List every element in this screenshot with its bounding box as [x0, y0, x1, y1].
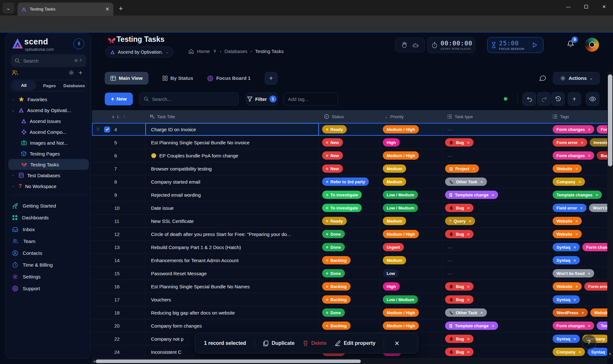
remove-tag-icon[interactable]: ×: [573, 258, 576, 263]
priority-cell[interactable]: Low / Medium: [380, 201, 442, 214]
table-row[interactable]: 16Est Planning Single Special Bundle No …: [92, 280, 613, 293]
remove-tag-icon[interactable]: ×: [473, 166, 475, 171]
row-number-cell[interactable]: 10: [92, 201, 145, 214]
column-header-priority[interactable]: ⌄Priority: [380, 110, 442, 123]
workspace-selector[interactable]: Ascend by Optivation. ⌄: [105, 47, 173, 57]
status-pill[interactable]: Ready: [322, 125, 347, 133]
status-cell[interactable]: Ready: [319, 215, 380, 227]
row-number-cell[interactable]: 9: [92, 188, 145, 201]
remove-tag-icon[interactable]: ×: [588, 127, 591, 132]
row-number-cell[interactable]: 22: [92, 332, 145, 345]
segment-pages[interactable]: Pages: [37, 83, 62, 88]
task-type-cell[interactable]: ?Query×: [442, 215, 548, 227]
priority-cell[interactable]: Medium: [380, 254, 442, 267]
help-button[interactable]: ?: [582, 335, 596, 350]
sidebar-item-ascend-issues[interactable]: Ascend Issues: [8, 116, 89, 126]
row-number-cell[interactable]: 24: [92, 345, 145, 358]
task-type-cell[interactable]: Other Task×: [442, 175, 548, 188]
priority-cell[interactable]: Medium / High: [380, 123, 442, 136]
remove-tag-icon[interactable]: ×: [492, 323, 494, 328]
priority-cell[interactable]: Medium / High: [380, 306, 442, 319]
remove-tag-icon[interactable]: ×: [467, 206, 470, 210]
tag-pill[interactable]: Won't be fixed×: [553, 269, 594, 277]
row-number-cell[interactable]: 15: [92, 267, 145, 280]
sidebar-menu-dashboards[interactable]: Dashboards: [8, 212, 89, 224]
remove-tag-icon[interactable]: ×: [579, 179, 581, 184]
task-type-cell[interactable]: Bug×: [442, 280, 548, 293]
tags-cell[interactable]: WordPress×Websit: [548, 306, 613, 319]
chevron-icon[interactable]: ⌄: [11, 108, 15, 112]
table-row[interactable]: 13Rebuild Company Part 1 & 2 Docs (Hatch…: [92, 241, 613, 254]
remove-tag-icon[interactable]: ×: [588, 153, 591, 158]
status-cell[interactable]: Backlog: [319, 319, 380, 332]
task-title-cell[interactable]: EP Couples bundle PoA form change: [145, 149, 319, 162]
remove-tag-icon[interactable]: ×: [469, 219, 472, 224]
remove-tag-icon[interactable]: ×: [467, 297, 470, 302]
task-type-cell[interactable]: Bug×: [442, 345, 548, 358]
table-row[interactable]: 5Est Planning Single Special Bundle No i…: [92, 136, 613, 149]
priority-pill[interactable]: Medium / High: [383, 308, 419, 317]
remove-tag-icon[interactable]: ×: [579, 350, 581, 354]
table-row[interactable]: 9Rejected email wordingTo investigateLow…: [92, 188, 613, 201]
tags-cell[interactable]: Company×Syntaq: [548, 345, 613, 358]
task-title-cell[interactable]: Vouchers: [145, 293, 319, 306]
visibility-button[interactable]: [586, 92, 599, 106]
priority-pill[interactable]: Medium / High: [383, 322, 419, 330]
chevron-icon[interactable]: ›: [11, 97, 15, 101]
tags-cell[interactable]: Website×: [548, 215, 613, 227]
table-row[interactable]: 18Reducing big gap after docs on website…: [92, 306, 613, 319]
sidebar-search-input[interactable]: Search ⌘ F: [11, 54, 86, 67]
remove-tag-icon[interactable]: ×: [595, 193, 598, 197]
column-header-task-title[interactable]: H1Task Title: [145, 110, 319, 123]
type-pill[interactable]: Bug×: [445, 282, 473, 291]
task-title-cell[interactable]: New SSL Certificate: [145, 215, 319, 227]
task-type-cell[interactable]: Bug×: [442, 332, 548, 345]
priority-pill[interactable]: Medium / High: [383, 151, 419, 160]
priority-cell[interactable]: Medium / High: [380, 319, 442, 332]
sidebar-menu-inbox[interactable]: Inbox: [8, 224, 89, 235]
task-type-cell[interactable]: Bug×: [442, 136, 548, 149]
priority-cell[interactable]: Low: [380, 267, 442, 280]
chevron-icon[interactable]: ›: [11, 173, 15, 177]
priority-pill[interactable]: Medium: [383, 217, 406, 225]
tags-cell[interactable]: Syntaq×: [548, 254, 613, 267]
tags-cell[interactable]: Syntaq×Company: [548, 332, 613, 345]
table-row[interactable]: 14Enhancements for Tenant Admin AccountB…: [92, 254, 613, 267]
priority-cell[interactable]: Medium: [380, 215, 442, 227]
type-pill[interactable]: Bug×: [445, 335, 473, 343]
status-pill[interactable]: Backlog: [322, 295, 351, 304]
task-type-cell[interactable]: —: [442, 254, 548, 267]
tag-pill[interactable]: Syntaq×: [553, 295, 580, 304]
delete-button[interactable]: Delete: [303, 340, 327, 346]
row-checkbox[interactable]: [104, 126, 110, 133]
sidebar-item-test-databases[interactable]: ›Test Databases: [8, 170, 89, 181]
sidebar-item-no-workspace[interactable]: ›?No Workspace: [8, 181, 89, 192]
breadcrumb-home[interactable]: Home: [197, 49, 210, 54]
table-row[interactable]: 11New SSL CertificateReadyMedium?Query×W…: [92, 215, 613, 228]
column-header-tags[interactable]: Tags: [548, 110, 613, 123]
remove-tag-icon[interactable]: ×: [576, 284, 578, 289]
sidebar-item-ascend-compo-[interactable]: Ascend Compo...: [8, 126, 89, 137]
tab-search-button[interactable]: ⌄: [3, 3, 14, 13]
table-row[interactable]: 7Browser compatibility testingNewMediumP…: [92, 162, 613, 175]
type-pill[interactable]: Bug×: [445, 230, 473, 238]
pin-sidebar-button[interactable]: [73, 38, 84, 49]
assist-tools-pill[interactable]: [395, 38, 425, 52]
type-pill[interactable]: ?Query×: [445, 217, 475, 225]
task-type-cell[interactable]: —: [442, 149, 548, 162]
remove-tag-icon[interactable]: ×: [588, 323, 591, 328]
tag-pill[interactable]: Template changes×: [553, 191, 602, 199]
tags-cell[interactable]: Form changes×Bug: [548, 149, 613, 162]
history-button[interactable]: [551, 92, 565, 106]
add-tag-input[interactable]: Add tag...: [284, 93, 338, 105]
tags-cell[interactable]: Syntaq×: [548, 293, 613, 306]
status-pill[interactable]: Refer to 3rd party: [322, 178, 369, 186]
priority-cell[interactable]: High: [380, 136, 442, 149]
task-type-cell[interactable]: —: [442, 267, 548, 280]
remove-tag-icon[interactable]: ×: [467, 284, 470, 289]
task-type-cell[interactable]: —: [442, 123, 548, 136]
user-avatar[interactable]: [585, 38, 599, 52]
remove-tag-icon[interactable]: ×: [573, 297, 576, 302]
remove-tag-icon[interactable]: ×: [573, 245, 576, 250]
sidebar-add-icon[interactable]: +: [79, 69, 82, 77]
